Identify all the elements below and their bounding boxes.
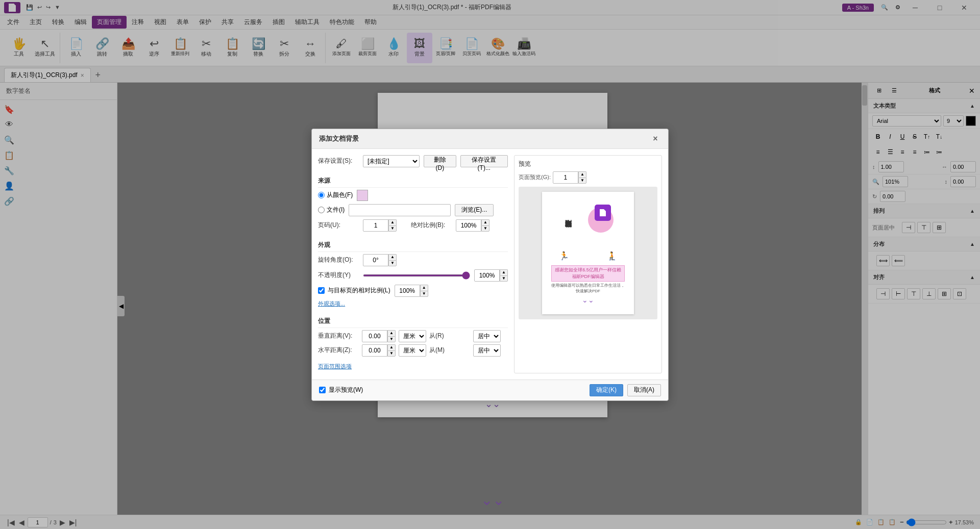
advanced-options-link[interactable]: 外观选项...	[318, 300, 345, 308]
show-preview-label[interactable]: 显示预览(W)	[319, 386, 363, 394]
preview-canvas: 欢迎来到福昕 🏃 🧎 感谢您如全球6.5亿用户一样信赖福昕PDF编辑器 使用编辑…	[519, 187, 657, 319]
vert-from-select[interactable]: 居中	[473, 330, 501, 342]
vert-dist-row: 垂直距离(V): ▲ ▼ 厘米 从(R)	[318, 330, 508, 342]
rotation-down-btn[interactable]: ▼	[388, 260, 397, 266]
dialog-body: 保存设置(S): [未指定] 删除(D) 保存设置(T)... 来源 从颜色(F…	[312, 149, 668, 380]
preview-page-up-btn[interactable]: ▲	[578, 171, 586, 178]
horiz-dist-up-btn[interactable]: ▲	[387, 344, 396, 350]
page-range-link[interactable]: 页面范围选项	[318, 363, 352, 370]
opacity-spinner-input[interactable]	[474, 269, 500, 282]
vert-dist-down-btn[interactable]: ▼	[387, 336, 396, 342]
rotation-row-dlg: 旋转角度(O): ▲ ▼	[318, 254, 508, 266]
dialog-title-bar: 添加文档背景 ×	[312, 129, 668, 149]
show-preview-text: 显示预览(W)	[329, 386, 363, 394]
page-down-btn[interactable]: ▼	[388, 225, 397, 232]
color-radio-row: 从颜色(F)	[318, 190, 508, 201]
page-preview-label: 页面预览(G):	[519, 173, 551, 181]
color-radio[interactable]	[318, 192, 325, 198]
advanced-link-row: 外观选项...	[318, 300, 508, 308]
horiz-dist-row: 水平距离(Z): ▲ ▼ 厘米 从(M)	[318, 344, 508, 357]
opacity-spinner: ▲ ▼	[474, 269, 508, 282]
page-ratio-row: 页码(U): ▲ ▼ 绝对比例(B): ▲	[318, 219, 508, 232]
page-label: 页码(U):	[318, 221, 359, 230]
ratio-down-btn[interactable]: ▼	[481, 225, 489, 232]
opacity-label: 不透明度(Y)	[318, 271, 359, 280]
ratio-up-btn[interactable]: ▲	[481, 219, 489, 225]
vert-dist-up-btn[interactable]: ▲	[387, 330, 396, 336]
source-section: 来源 从颜色(F) 文件(I) 浏览(	[318, 174, 508, 235]
dialog-left-panel: 保存设置(S): [未指定] 删除(D) 保存设置(T)... 来源 从颜色(F…	[318, 155, 508, 373]
color-radio-label[interactable]: 从颜色(F)	[318, 191, 353, 199]
vert-unit-select[interactable]: 厘米	[399, 330, 426, 342]
save-settings-label: 保存设置(S):	[318, 157, 359, 165]
file-radio[interactable]	[318, 207, 325, 213]
color-preview-box[interactable]	[357, 190, 368, 201]
ratio-spinner-input[interactable]	[456, 219, 481, 232]
file-radio-label[interactable]: 文件(I)	[318, 206, 345, 214]
relative-scale-text: 与目标页的相对比例(L)	[328, 286, 390, 295]
page-range-row: 页面范围选项	[318, 363, 508, 370]
page-up-btn[interactable]: ▲	[388, 219, 397, 225]
vert-dist-label: 垂直距离(V):	[318, 332, 359, 340]
save-settings-row: 保存设置(S): [未指定] 删除(D) 保存设置(T)...	[318, 155, 508, 167]
relative-scale-spinner: ▲ ▼	[395, 285, 428, 297]
page-preview-row: 页面预览(G): ▲ ▼	[519, 171, 657, 184]
cancel-btn[interactable]: 取消(A)	[627, 384, 661, 396]
position-title: 位置	[318, 317, 508, 328]
position-section: 位置 垂直距离(V): ▲ ▼ 厘米 从(R	[318, 315, 508, 359]
rotation-up-btn[interactable]: ▲	[388, 254, 397, 260]
vert-dist-spinner: ▲ ▼	[362, 330, 396, 342]
file-radio-row: 文件(I) 浏览(E)...	[318, 204, 508, 216]
rotation-spinner-input[interactable]	[363, 254, 388, 266]
page-preview-input[interactable]	[553, 171, 578, 184]
delete-settings-btn[interactable]: 删除(D)	[424, 155, 456, 167]
source-title: 来源	[318, 177, 508, 188]
page-number-spinner-input[interactable]	[363, 219, 388, 232]
horiz-from-label: 从(M)	[429, 346, 470, 355]
page-spinner: ▲ ▼	[363, 219, 397, 232]
color-radio-text: 从颜色(F)	[327, 191, 353, 199]
appearance-title: 外观	[318, 241, 508, 252]
dialog-preview-panel: 预览 页面预览(G): ▲ ▼	[514, 155, 662, 373]
browse-btn[interactable]: 浏览(E)...	[455, 204, 494, 216]
relative-scale-checkbox[interactable]	[318, 287, 325, 294]
show-preview-checkbox[interactable]	[319, 387, 326, 393]
rotation-label-dlg: 旋转角度(O):	[318, 256, 359, 264]
save-settings-select[interactable]: [未指定]	[363, 155, 420, 167]
preview-promo-text2: 使用编辑器可以熟悉在日常工作生活活，快速解决PDF	[551, 283, 625, 294]
file-radio-text: 文件(I)	[327, 206, 345, 214]
page-preview-spinner: ▲ ▼	[553, 171, 586, 184]
dialog-overlay: 添加文档背景 × 保存设置(S): [未指定] 删除(D) 保存设置(T)...…	[0, 0, 980, 529]
appearance-section: 外观 旋转角度(O): ▲ ▼ 不透明度(Y)	[318, 239, 508, 311]
opacity-up-btn[interactable]: ▲	[500, 269, 508, 275]
horiz-unit-select[interactable]: 厘米	[399, 344, 426, 357]
horiz-dist-label: 水平距离(Z):	[318, 346, 359, 355]
dialog-close-btn[interactable]: ×	[650, 133, 661, 144]
file-path-input[interactable]	[349, 204, 451, 216]
rotation-spinner: ▲ ▼	[363, 254, 397, 266]
ratio-label: 绝对比例(B):	[411, 221, 452, 230]
save-settings-btn[interactable]: 保存设置(T)...	[460, 155, 508, 167]
confirm-btn[interactable]: 确定(K)	[590, 384, 623, 396]
ratio-spinner: ▲ ▼	[456, 219, 489, 232]
vert-from-label: 从(R)	[429, 332, 470, 340]
dialog-title-text: 添加文档背景	[319, 134, 359, 143]
opacity-down-btn[interactable]: ▼	[500, 275, 508, 282]
horiz-from-select[interactable]: 居中	[473, 344, 501, 357]
horiz-dist-input[interactable]	[362, 344, 387, 357]
add-background-dialog: 添加文档背景 × 保存设置(S): [未指定] 删除(D) 保存设置(T)...…	[311, 129, 669, 401]
preview-page-down-btn[interactable]: ▼	[578, 178, 586, 184]
opacity-row: 不透明度(Y) ▲ ▼	[318, 269, 508, 282]
preview-chevron: ⌄⌄	[582, 296, 594, 304]
horiz-dist-spinner: ▲ ▼	[362, 344, 396, 357]
relative-scale-row: 与目标页的相对比例(L) ▲ ▼	[318, 285, 508, 297]
vert-dist-input[interactable]	[362, 330, 387, 342]
preview-promo-banner: 感谢您如全球6.5亿用户一样信赖福昕PDF编辑器	[551, 265, 625, 282]
opacity-slider[interactable]	[363, 274, 470, 276]
scale-down-btn[interactable]: ▼	[420, 291, 428, 297]
relative-scale-label[interactable]: 与目标页的相对比例(L)	[318, 286, 390, 295]
scale-up-btn[interactable]: ▲	[420, 285, 428, 291]
horiz-dist-down-btn[interactable]: ▼	[387, 350, 396, 357]
relative-scale-input[interactable]	[395, 285, 420, 297]
dialog-footer: 显示预览(W) 确定(K) 取消(A)	[312, 380, 668, 400]
